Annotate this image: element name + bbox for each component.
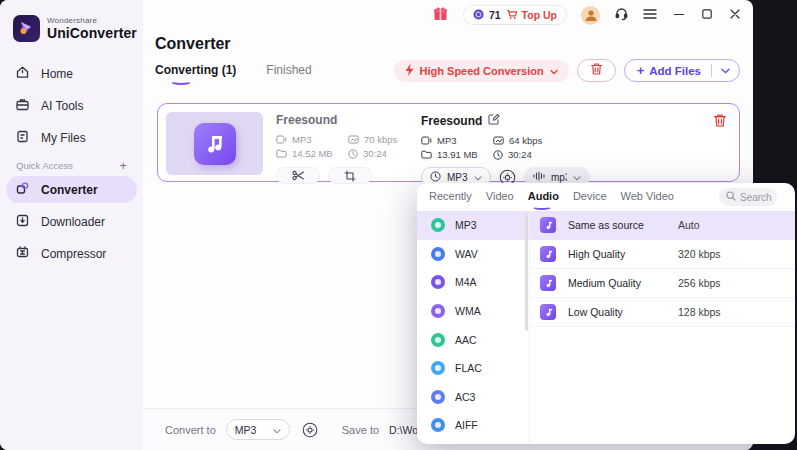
plus-icon: + — [637, 63, 645, 78]
output-format-value: MP3 — [447, 172, 468, 183]
format-item-mp3[interactable]: MP3 — [417, 211, 529, 240]
tab-converting[interactable]: Converting (1) — [155, 63, 236, 85]
quality-item-same-as-source[interactable]: Same as source Auto — [530, 211, 795, 240]
remove-task-icon[interactable] — [713, 113, 727, 132]
high-speed-label: High Speed Conversion — [420, 65, 544, 77]
audio-note-icon — [540, 217, 556, 233]
sidebar-item-downloader[interactable]: Downloader — [6, 208, 137, 235]
format-item-wav[interactable]: WAV — [417, 240, 529, 269]
sidebar-item-ai-tools[interactable]: AI Tools — [6, 92, 137, 119]
crop-button[interactable] — [328, 167, 372, 184]
source-file-name: Freesound — [276, 113, 414, 127]
compress-icon — [15, 245, 30, 263]
app-logo: Wondershare UniConverter — [13, 15, 137, 42]
sidebar-item-compressor[interactable]: Compressor — [6, 240, 137, 267]
popup-tab-web-video[interactable]: Web Video — [621, 183, 674, 211]
global-settings-icon[interactable] — [302, 422, 318, 438]
target-format: MP3 — [437, 135, 457, 146]
ac3-format-icon — [431, 390, 445, 404]
aiff-format-icon — [431, 418, 445, 432]
popup-tab-device[interactable]: Device — [573, 183, 607, 211]
m4a-format-icon — [431, 275, 445, 289]
audio-note-icon — [540, 246, 556, 262]
waveform-icon — [533, 171, 545, 183]
sidebar-item-label: AI Tools — [41, 99, 83, 113]
high-speed-conversion-button[interactable]: High Speed Conversion — [394, 60, 569, 82]
format-picker-popup: Recently Video Audio Device Web Video Se… — [417, 183, 795, 444]
sidebar-item-converter[interactable]: Converter — [6, 176, 137, 203]
audio-note-icon — [540, 275, 556, 291]
mp3-format-icon — [431, 218, 445, 232]
add-files-dropdown[interactable] — [712, 68, 739, 74]
format-item-aiff[interactable]: AIFF — [417, 411, 529, 440]
format-item-ac3[interactable]: AC3 — [417, 383, 529, 412]
target-file-name: Freesound — [421, 114, 482, 128]
source-file-info: Freesound MP3 70 kbps 14.52 MB 30:24 — [276, 113, 414, 184]
tab-finished[interactable]: Finished — [266, 63, 311, 85]
quality-list: Same as source Auto High Quality 320 kbp… — [530, 211, 795, 444]
source-size: 14.52 MB — [292, 148, 333, 159]
conversion-task-card: Freesound MP3 70 kbps 14.52 MB 30:24 — [157, 103, 740, 182]
file-thumbnail — [166, 112, 263, 175]
home-icon — [15, 65, 30, 83]
download-icon — [15, 213, 30, 231]
add-quick-access-icon[interactable]: + — [119, 159, 127, 172]
quality-item-high[interactable]: High Quality 320 kbps — [530, 240, 795, 269]
search-icon — [726, 191, 736, 203]
output-preset-value: mp3 MP... — [551, 172, 567, 183]
wav-format-icon — [431, 247, 445, 261]
convert-to-label: Convert to — [165, 424, 216, 436]
trim-button[interactable] — [276, 167, 320, 184]
target-bitrate: 64 kbps — [509, 135, 542, 146]
active-tab-underline — [170, 78, 192, 85]
popup-tab-recently[interactable]: Recently — [429, 183, 472, 211]
popup-tab-audio[interactable]: Audio — [528, 183, 559, 211]
brand-name-bottom: UniConverter — [47, 25, 137, 41]
trash-icon — [590, 62, 603, 80]
format-item-m4a[interactable]: M4A — [417, 268, 529, 297]
search-placeholder: Search — [740, 192, 772, 203]
search-input[interactable]: Search — [719, 188, 777, 206]
format-list: MP3 WAV M4A WMA AAC — [417, 211, 530, 444]
toolbox-icon — [15, 97, 30, 115]
quality-item-low[interactable]: Low Quality 128 kbps — [530, 298, 795, 327]
aac-format-icon — [431, 333, 445, 347]
quality-item-medium[interactable]: Medium Quality 256 kbps — [530, 269, 795, 298]
flac-format-icon — [431, 361, 445, 375]
delete-all-button[interactable] — [577, 59, 616, 82]
target-size: 13.91 MB — [437, 149, 478, 160]
sidebar: Wondershare UniConverter Home — [0, 0, 143, 450]
source-duration: 30:24 — [363, 148, 387, 159]
screen: Wondershare UniConverter Home — [0, 0, 797, 450]
chevron-down-icon — [474, 172, 482, 183]
rename-icon[interactable] — [488, 113, 500, 128]
sidebar-item-my-files[interactable]: My Files — [6, 124, 137, 151]
converter-icon — [15, 181, 30, 199]
convert-to-value: MP3 — [235, 424, 257, 436]
format-item-wma[interactable]: WMA — [417, 297, 529, 326]
converter-tabs: Converting (1) Finished — [155, 63, 312, 85]
add-files-label: Add Files — [649, 65, 701, 77]
chevron-down-icon — [550, 65, 558, 77]
format-item-flac[interactable]: FLAC — [417, 354, 529, 383]
sidebar-item-label: Downloader — [41, 215, 105, 229]
sidebar-item-home[interactable]: Home — [6, 60, 137, 87]
lightning-icon — [405, 64, 414, 78]
popup-tab-video[interactable]: Video — [486, 183, 514, 211]
music-note-icon — [194, 123, 236, 165]
convert-to-select[interactable]: MP3 — [226, 419, 290, 440]
format-popup-tabs: Recently Video Audio Device Web Video Se… — [417, 183, 795, 211]
audio-note-icon — [540, 304, 556, 320]
chevron-down-icon — [273, 424, 281, 436]
file-icon — [15, 129, 30, 147]
chevron-down-icon — [573, 172, 581, 183]
target-file-info: Freesound MP3 64 kbps 13.91 MB 30:24 — [421, 113, 711, 187]
add-files-button[interactable]: + Add Files — [624, 59, 740, 82]
format-item-aac[interactable]: AAC — [417, 325, 529, 354]
toolbar: High Speed Conversion + Add Fil — [394, 59, 740, 82]
format-list-scrollbar[interactable] — [525, 213, 528, 331]
wma-format-icon — [431, 304, 445, 318]
quick-access-label: Quick Access — [16, 160, 73, 171]
target-duration: 30:24 — [508, 149, 532, 160]
page-title: Converter — [155, 35, 231, 53]
